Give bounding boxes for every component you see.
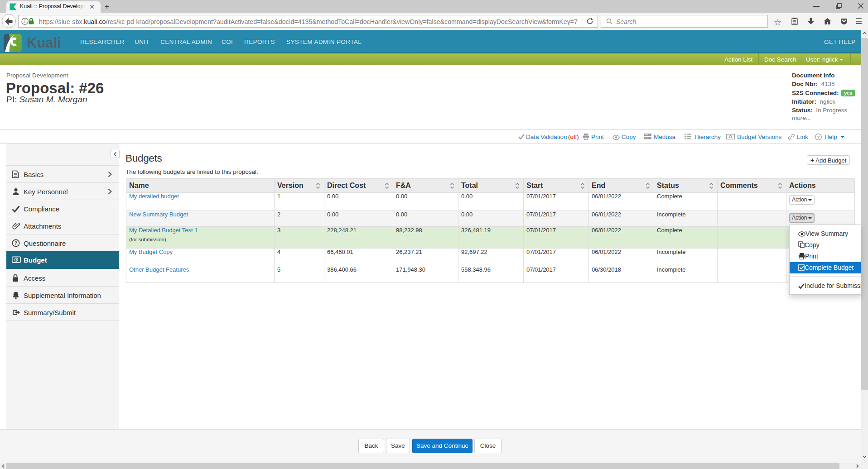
svg-text:?: ? [817, 134, 820, 139]
svg-text:?: ? [14, 240, 17, 246]
